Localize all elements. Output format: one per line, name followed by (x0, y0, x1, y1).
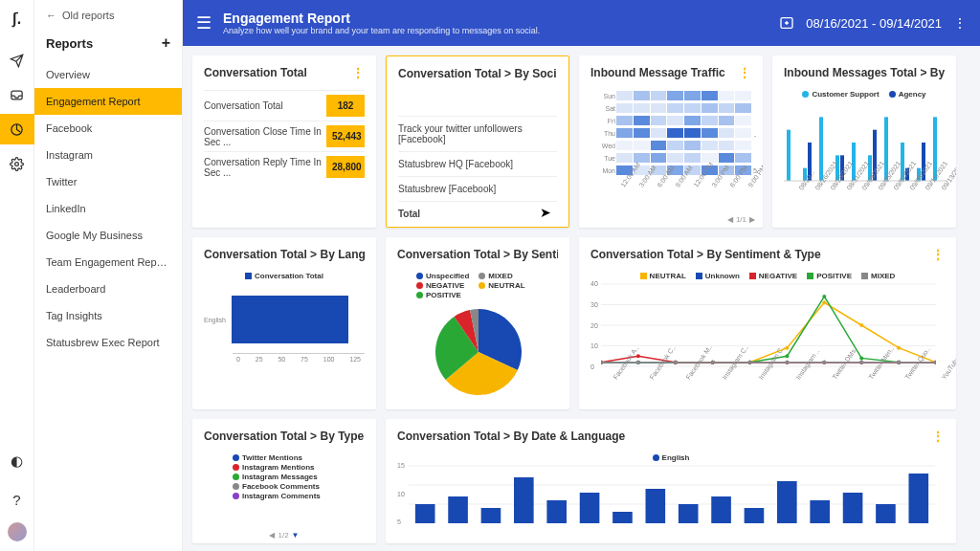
svg-rect-93 (744, 508, 764, 523)
nav-send-icon[interactable] (0, 45, 34, 76)
svg-point-46 (822, 295, 826, 298)
sidebar-item-exec[interactable]: Statusbrew Exec Report (34, 329, 182, 356)
nav-reports-icon[interactable] (0, 114, 34, 144)
stat-value: 28,800 (326, 156, 365, 178)
sidebar-item-team[interactable]: Team Engagement Reports (34, 249, 182, 276)
sidebar-item-linkedin[interactable]: LinkedIn (34, 195, 182, 222)
chevron-left-icon: ← (46, 10, 56, 21)
stat-value: 182 (326, 95, 365, 117)
card-title: Conversation Total > By Language (204, 248, 365, 261)
topbar-more-icon[interactable]: ⋮ (953, 15, 967, 31)
svg-rect-87 (546, 500, 567, 523)
pager-label: 1/1 (736, 215, 746, 224)
page-title: Engagement Report (223, 11, 540, 26)
card-menu-icon[interactable]: ⋮ (931, 247, 945, 262)
chart-legend: Conversation Total (204, 272, 365, 280)
card-title: Conversation Total > By Type (204, 430, 364, 443)
sidebar-heading: Reports+ (34, 31, 182, 61)
add-report-icon[interactable]: + (162, 34, 170, 52)
list-row[interactable]: Track your twitter unfollowers [Facebook… (398, 116, 557, 151)
nav-settings-icon[interactable] (0, 148, 34, 179)
sidebar-item-overview[interactable]: Overview (34, 61, 182, 88)
svg-rect-98 (908, 474, 928, 523)
help-icon[interactable]: ? (0, 484, 34, 515)
svg-rect-4 (787, 130, 791, 181)
chart-legend: Customer Support Agency (784, 90, 945, 99)
svg-rect-90 (645, 489, 665, 523)
svg-rect-92 (711, 496, 731, 523)
card-by-language: Conversation Total > By Language⋮ Conver… (192, 237, 376, 409)
svg-point-37 (859, 323, 863, 327)
pager-prev-icon[interactable]: ◀ (269, 531, 275, 540)
bar (232, 296, 348, 343)
card-title: Conversation Total > By Date & Language (397, 430, 625, 443)
svg-rect-86 (514, 477, 534, 523)
svg-rect-94 (777, 481, 797, 523)
chart-legend: NEUTRALUnknownNEGATIVEPOSITIVEMIXED (590, 272, 945, 280)
card-title: Inbound Messages Total > By Tag (784, 66, 945, 79)
chart-legend: UnspecifiedNEGATIVEPOSITIVEMIXEDNEUTRAL (416, 272, 558, 299)
hamburger-icon[interactable]: ☰ (196, 12, 212, 33)
dashboard-grid: Conversation Total⋮ Conversation Total18… (183, 46, 980, 551)
svg-rect-95 (810, 500, 830, 523)
back-link[interactable]: ←Old reports (34, 0, 182, 31)
date-range[interactable]: 08/16/2021 - 09/14/2021 (806, 16, 942, 31)
heatmap: SunSatFriThuWedTueMon (590, 90, 751, 176)
add-widget-icon[interactable] (779, 15, 794, 31)
card-title: Conversation Total > By Soci... (398, 67, 557, 80)
svg-point-71 (636, 361, 640, 364)
sidebar-item-leaderboard[interactable]: Leaderboard (34, 276, 182, 302)
chart-legend: English (397, 453, 945, 462)
svg-rect-83 (415, 504, 435, 523)
card-title: Conversation Total (204, 66, 307, 79)
list-row[interactable]: Statusbrew [Facebook] (398, 176, 557, 201)
sidebar-item-facebook[interactable]: Facebook (34, 115, 182, 142)
svg-rect-97 (876, 504, 896, 523)
svg-point-72 (674, 361, 678, 364)
card-by-tag: Inbound Messages Total > By Tag⋮ Custome… (772, 55, 956, 228)
pager-next-icon[interactable]: ▶ (749, 215, 755, 224)
svg-point-74 (747, 361, 751, 364)
card-menu-icon[interactable]: ⋮ (351, 65, 365, 80)
svg-rect-89 (612, 512, 633, 523)
svg-rect-8 (819, 117, 823, 181)
svg-point-78 (897, 361, 901, 364)
svg-point-47 (859, 356, 863, 360)
svg-point-76 (822, 361, 826, 364)
card-by-social: ➤ Conversation Total > By Soci...✥⋮ Trac… (386, 55, 569, 228)
pager-next-icon[interactable]: ▼ (292, 531, 300, 540)
svg-point-38 (897, 346, 901, 350)
svg-rect-85 (480, 508, 501, 523)
svg-point-77 (859, 361, 863, 364)
svg-rect-96 (843, 493, 863, 523)
sidebar-item-engagement[interactable]: Engagement Report (34, 88, 182, 115)
card-title: Inbound Message Traffic (590, 66, 725, 79)
svg-rect-88 (580, 493, 600, 523)
pager-prev-icon[interactable]: ◀ (727, 215, 733, 224)
sidebar-item-twitter[interactable]: Twitter (34, 168, 182, 195)
theme-icon[interactable]: ◐ (0, 446, 34, 476)
sidebar-item-tags[interactable]: Tag Insights (34, 302, 182, 329)
bar-chart (409, 462, 935, 525)
card-menu-icon[interactable]: ⋮ (931, 429, 945, 444)
user-avatar[interactable] (8, 522, 27, 541)
stat-label: Conversation Close Time In Sec ... (204, 126, 326, 147)
card-by-sentiment: Conversation Total > By Sentiment⋮ Unspe… (386, 237, 569, 409)
stat-label: Conversation Total (204, 100, 283, 111)
topbar: ☰ Engagement Report Analyze how well you… (183, 0, 980, 46)
card-conv-total: Conversation Total⋮ Conversation Total18… (192, 55, 376, 228)
brand-logo[interactable]: ʃ. (12, 10, 21, 28)
back-label: Old reports (62, 10, 114, 21)
svg-point-75 (785, 361, 789, 364)
sidebar-item-gmb[interactable]: Google My Business (34, 222, 182, 249)
card-menu-icon[interactable]: ⋮ (738, 65, 751, 80)
nav-inbox-icon[interactable] (0, 79, 34, 110)
stat-label: Conversation Reply Time In Sec ... (204, 157, 326, 178)
card-title: Conversation Total > By Sentiment (397, 248, 558, 261)
list-row[interactable]: Statusbrew HQ [Facebook] (398, 151, 557, 176)
svg-rect-84 (448, 496, 468, 523)
sidebar-item-instagram[interactable]: Instagram (34, 142, 182, 168)
list-row-total[interactable]: Total (398, 201, 557, 226)
page-subtitle: Analyze how well your brand and your tea… (223, 26, 540, 35)
svg-point-45 (785, 354, 789, 358)
